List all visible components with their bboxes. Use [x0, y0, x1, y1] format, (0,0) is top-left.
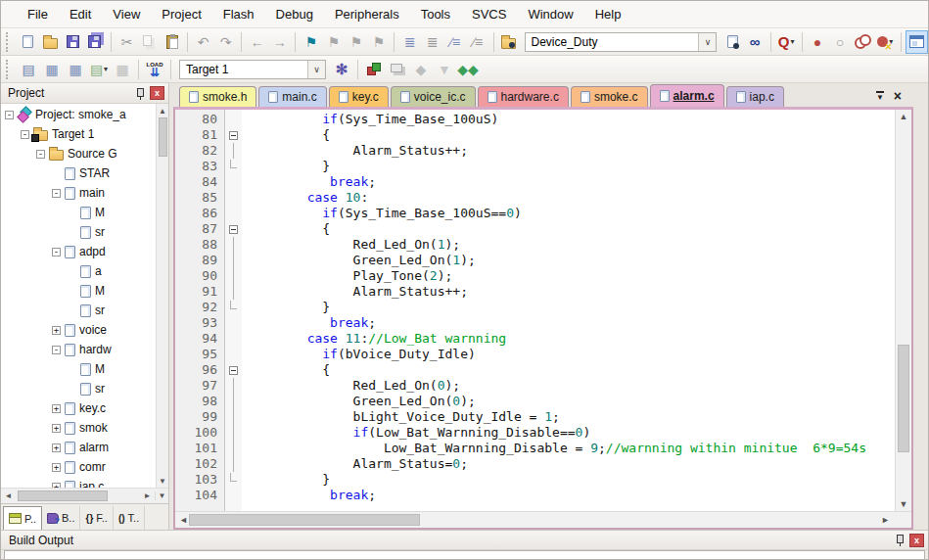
fold-margin[interactable]: [224, 284, 242, 300]
editor-hscrollbar[interactable]: ◄ ►: [175, 511, 911, 528]
line-number[interactable]: 82: [175, 143, 224, 159]
menu-file[interactable]: File: [17, 3, 59, 25]
tab-iap-c[interactable]: iap.c: [726, 86, 784, 107]
undo-icon[interactable]: ↶: [192, 30, 214, 54]
tab-smoke-c[interactable]: smoke.c: [571, 86, 648, 107]
code-line[interactable]: 96 {: [175, 362, 895, 378]
project-tree-hscrollbar[interactable]: ◄ ► ▼: [1, 488, 168, 503]
clear-bookmarks-icon[interactable]: ⚑: [367, 30, 390, 54]
find-icon[interactable]: Q▾: [775, 30, 798, 54]
scroll-right-icon[interactable]: ►: [140, 491, 155, 500]
expander-icon[interactable]: -: [5, 111, 14, 119]
code-line[interactable]: 101 Low_Bat_Warnning_Disable = 9;//warnn…: [175, 441, 895, 456]
copy-icon[interactable]: [138, 30, 161, 54]
code-line[interactable]: 97 Red_Led_On(0);: [175, 378, 895, 394]
unindent-icon[interactable]: ≣: [421, 30, 443, 54]
select-packs-icon[interactable]: ▼: [433, 58, 456, 81]
fold-margin[interactable]: [224, 253, 242, 268]
tree-item-hardw[interactable]: -hardw: [1, 340, 156, 359]
fold-margin[interactable]: [224, 127, 242, 143]
fold-margin[interactable]: [224, 159, 242, 174]
code-line[interactable]: 99 bLight_Voice_Duty_Idle = 1;: [175, 409, 895, 425]
line-number[interactable]: 80: [175, 112, 224, 127]
fold-margin[interactable]: [224, 206, 242, 221]
code-line[interactable]: 88 Red_Led_On(1);: [175, 237, 895, 253]
manage-project-items-icon[interactable]: [386, 58, 409, 81]
expander-icon[interactable]: -: [36, 150, 45, 159]
tree-item-iap-c[interactable]: +iap.c: [1, 477, 156, 488]
tree-item-m[interactable]: M: [1, 359, 156, 379]
menu-svcs[interactable]: SVCS: [461, 3, 517, 25]
code-line[interactable]: 81 {: [175, 127, 895, 143]
kill-all-breakpoints-icon[interactable]: ▾: [874, 30, 897, 54]
code-line[interactable]: 100 if(Low_Bat_Warnning_Disable==0): [175, 425, 895, 441]
code-line[interactable]: 98 Green_Led_On(0);: [175, 394, 895, 409]
code-line[interactable]: 92 }: [175, 300, 895, 315]
fold-collapse-icon[interactable]: [229, 366, 238, 375]
find-in-files-doc-icon[interactable]: [720, 30, 743, 54]
find-in-files-icon[interactable]: [497, 30, 520, 54]
project-window-toggle-icon[interactable]: [906, 30, 928, 54]
line-number[interactable]: 87: [175, 221, 224, 237]
fold-margin[interactable]: [224, 190, 242, 206]
menu-project[interactable]: Project: [151, 3, 211, 25]
pin-icon[interactable]: [134, 87, 146, 100]
code-line[interactable]: 91 Alarm_Status++;: [175, 284, 895, 300]
expander-icon[interactable]: +: [52, 424, 61, 433]
tree-item-source-g[interactable]: -Source G: [1, 144, 156, 163]
line-number[interactable]: 98: [175, 394, 224, 409]
menu-window[interactable]: Window: [517, 3, 583, 25]
line-number[interactable]: 95: [175, 347, 224, 362]
fold-margin[interactable]: [224, 394, 242, 409]
code-line[interactable]: 86 if(Sys_Time_Base_100uS==0): [175, 206, 895, 221]
tab-key-c[interactable]: key.c: [329, 86, 389, 107]
code-line[interactable]: 87 {: [175, 221, 895, 237]
fold-margin[interactable]: [224, 362, 242, 378]
comment-icon[interactable]: ∕≡: [443, 30, 466, 54]
target-select-combo[interactable]: Target 1∨: [179, 60, 326, 79]
tree-item-alarm[interactable]: +alarm: [1, 438, 156, 457]
line-number[interactable]: 94: [175, 331, 224, 347]
scroll-left-icon[interactable]: ◄: [179, 515, 188, 525]
line-number[interactable]: 102: [175, 456, 224, 472]
line-number[interactable]: 88: [175, 237, 224, 253]
line-number[interactable]: 92: [175, 300, 224, 315]
previous-bookmark-icon[interactable]: ⚑: [322, 30, 345, 54]
scrollbar-thumb[interactable]: [18, 490, 108, 501]
workspace-tab-t[interactable]: ()T..: [114, 506, 145, 530]
menu-help[interactable]: Help: [584, 3, 632, 25]
editor-vscrollbar[interactable]: ▲ ▼: [895, 110, 911, 511]
code-line[interactable]: 90 Play_Tone(2);: [175, 268, 895, 284]
rebuild-all-icon[interactable]: ▦: [64, 58, 87, 81]
menu-flash[interactable]: Flash: [212, 3, 265, 25]
line-number[interactable]: 100: [175, 425, 224, 441]
workspace-tab-p[interactable]: P..: [3, 506, 42, 530]
uncomment-icon[interactable]: ∕≡: [466, 30, 488, 54]
disable-all-breakpoints-icon[interactable]: [852, 30, 874, 54]
code-line[interactable]: 103 }: [175, 472, 895, 488]
next-bookmark-icon[interactable]: ⚑: [345, 30, 367, 54]
scroll-down-icon[interactable]: ▼: [896, 499, 911, 509]
line-number[interactable]: 84: [175, 174, 224, 190]
tree-item-project-smoke-a[interactable]: -Project: smoke_a: [1, 105, 156, 124]
fold-margin[interactable]: [224, 268, 242, 284]
search-text-combo-dropdown-icon[interactable]: ∨: [698, 33, 716, 51]
tree-item-target-1[interactable]: -Target 1: [1, 124, 156, 144]
toggle-breakpoint-icon[interactable]: ●: [807, 30, 829, 54]
code-line[interactable]: 93 break;: [175, 315, 895, 331]
tab-list-icon[interactable]: ▼: [876, 91, 884, 102]
code-line[interactable]: 102 Alarm_Status=0;: [175, 456, 895, 472]
pin-icon[interactable]: [894, 534, 906, 546]
expander-icon[interactable]: +: [52, 443, 61, 452]
tab-close-icon[interactable]: ×: [894, 89, 902, 103]
tree-item-smok[interactable]: +smok: [1, 418, 156, 438]
fold-margin[interactable]: [224, 221, 242, 237]
line-number[interactable]: 103: [175, 472, 224, 488]
tree-item-main[interactable]: -main: [1, 183, 156, 203]
toolbar-gripper[interactable]: [6, 32, 12, 52]
line-number[interactable]: 89: [175, 253, 224, 268]
menu-debug[interactable]: Debug: [265, 3, 324, 25]
line-number[interactable]: 81: [175, 127, 224, 143]
expander-icon[interactable]: +: [52, 404, 61, 413]
tab-main-c[interactable]: main.c: [258, 86, 326, 107]
